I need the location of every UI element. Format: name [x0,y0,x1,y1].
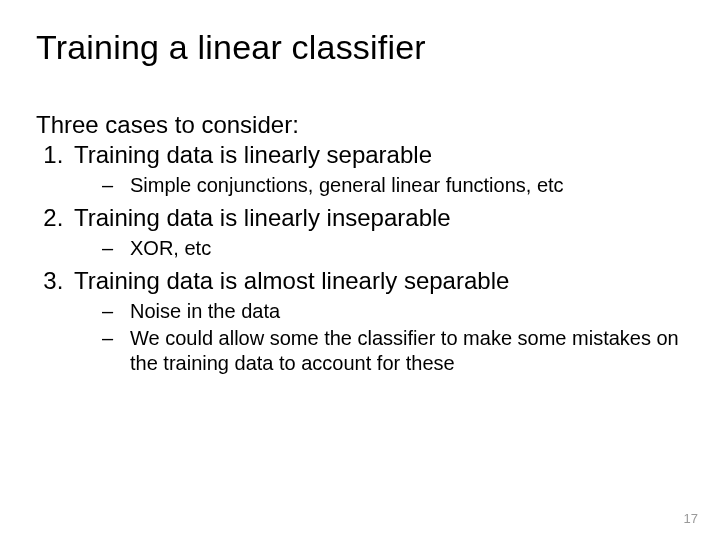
sub-list-item: Noise in the data [102,299,684,324]
slide-title: Training a linear classifier [36,28,684,67]
list-item: Training data is almost linearly separab… [70,267,684,376]
list-item-text: Training data is almost linearly separab… [74,267,509,294]
sub-list-item: XOR, etc [102,236,684,261]
sub-list-item: We could allow some the classifier to ma… [102,326,684,376]
sub-list: Simple conjunctions, general linear func… [74,173,684,198]
lead-text: Three cases to consider: [36,111,684,139]
slide: Training a linear classifier Three cases… [0,0,720,540]
list-item: Training data is linearly separable Simp… [70,141,684,198]
sub-list: XOR, etc [74,236,684,261]
list-item-text: Training data is linearly separable [74,141,432,168]
sub-list: Noise in the data We could allow some th… [74,299,684,376]
main-list: Training data is linearly separable Simp… [36,141,684,376]
page-number: 17 [684,511,698,526]
list-item-text: Training data is linearly inseparable [74,204,451,231]
sub-list-item: Simple conjunctions, general linear func… [102,173,684,198]
list-item: Training data is linearly inseparable XO… [70,204,684,261]
